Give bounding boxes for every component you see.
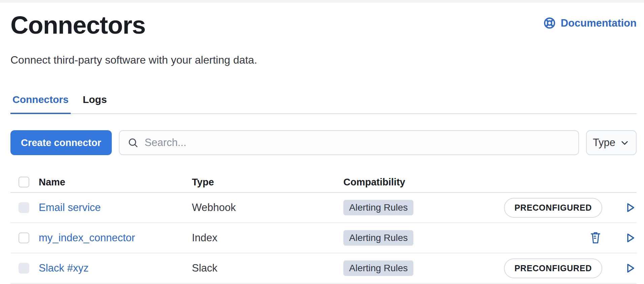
documentation-label: Documentation xyxy=(561,17,637,29)
connector-name-link[interactable]: Email service xyxy=(39,202,101,213)
column-header-compatibility: Compatibility xyxy=(343,177,485,188)
compatibility-badge: Alerting Rules xyxy=(343,200,413,215)
table-row: Email service Webhook Alerting Rules PRE… xyxy=(10,193,637,223)
delete-connector-button[interactable] xyxy=(589,231,602,245)
tab-bar: Connectors Logs xyxy=(10,94,637,114)
row-actions xyxy=(485,231,637,245)
table-header-row: Name Type Compatibility xyxy=(10,172,637,193)
search-box xyxy=(119,130,579,155)
help-life-ring-icon xyxy=(543,17,556,29)
play-icon xyxy=(624,232,637,244)
table-row: Slack #xyz Slack Alerting Rules PRECONFI… xyxy=(10,253,637,284)
documentation-link[interactable]: Documentation xyxy=(543,17,637,29)
type-filter-button[interactable]: Type xyxy=(586,130,637,155)
connector-type: Slack xyxy=(192,262,343,274)
connector-name-link[interactable]: my_index_connector xyxy=(39,232,135,244)
play-icon xyxy=(624,262,637,275)
compatibility-badge: Alerting Rules xyxy=(343,230,413,246)
row-checkbox xyxy=(19,263,29,274)
connector-type: Webhook xyxy=(192,202,343,214)
row-actions: PRECONFIGURED xyxy=(485,258,637,278)
page-subtitle: Connect third-party software with your a… xyxy=(10,54,637,66)
search-input[interactable] xyxy=(145,137,570,149)
chevron-down-icon xyxy=(619,138,630,148)
column-header-name: Name xyxy=(39,177,192,188)
compatibility-badge: Alerting Rules xyxy=(343,260,413,276)
connector-type: Index xyxy=(192,232,343,244)
type-filter-label: Type xyxy=(593,137,615,149)
run-connector-button[interactable] xyxy=(624,262,637,275)
table-row: my_index_connector Index Alerting Rules xyxy=(10,223,637,253)
search-icon xyxy=(128,137,139,148)
row-checkbox xyxy=(19,202,29,213)
connector-name-link[interactable]: Slack #xyz xyxy=(39,262,89,274)
page-header: Connectors Documentation xyxy=(10,13,637,38)
row-checkbox[interactable] xyxy=(19,233,29,243)
connectors-page: Connectors Documentation Connect third-p… xyxy=(0,13,644,284)
select-all-checkbox[interactable] xyxy=(19,177,29,187)
window-top-edge xyxy=(0,0,644,3)
create-connector-button[interactable]: Create connector xyxy=(10,130,112,155)
trash-icon xyxy=(589,231,602,245)
preconfigured-badge: PRECONFIGURED xyxy=(504,198,602,218)
run-connector-button[interactable] xyxy=(624,232,637,244)
preconfigured-badge: PRECONFIGURED xyxy=(504,258,602,278)
row-actions: PRECONFIGURED xyxy=(485,198,637,218)
tab-logs[interactable]: Logs xyxy=(81,94,109,113)
connectors-table: Name Type Compatibility Email service We… xyxy=(10,172,637,284)
toolbar: Create connector Type xyxy=(10,130,637,155)
tab-connectors[interactable]: Connectors xyxy=(10,94,71,113)
run-connector-button[interactable] xyxy=(624,201,637,214)
play-icon xyxy=(624,201,637,214)
column-header-type: Type xyxy=(192,177,343,188)
page-title: Connectors xyxy=(10,13,145,38)
